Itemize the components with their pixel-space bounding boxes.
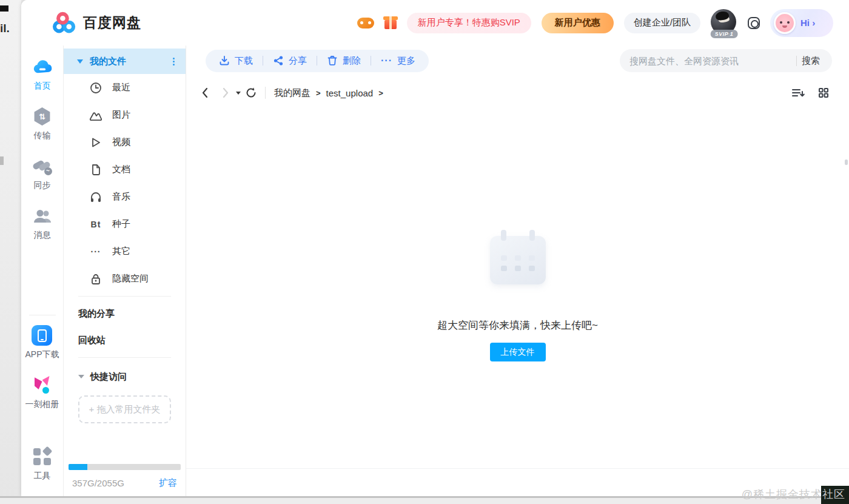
sidebar-item-recent[interactable]: 最近 xyxy=(64,74,186,101)
videos-label: 视频 xyxy=(112,136,130,148)
history-dropdown-icon[interactable] xyxy=(236,92,241,95)
sidebar-item-torrents[interactable]: Bt 种子 xyxy=(64,210,186,238)
assistant-pill[interactable]: Hi › xyxy=(770,9,833,37)
sidebar-item-pictures[interactable]: 图片 xyxy=(64,101,186,129)
delete-button[interactable]: 删除 xyxy=(327,55,361,67)
rail-item-photo-album[interactable]: 一刻相册 xyxy=(25,375,59,410)
gamepad-icon[interactable] xyxy=(357,18,374,29)
my-files-label: 我的文件 xyxy=(90,56,126,67)
transfer-icon: ⇅ xyxy=(32,106,53,127)
sidebar-item-other[interactable]: ··· 其它 xyxy=(64,238,186,265)
storage-progress-fill xyxy=(69,464,87,470)
document-icon xyxy=(89,164,102,176)
more-icon: ··· xyxy=(381,56,392,66)
content-bottom-divider xyxy=(186,468,849,469)
user-avatar[interactable]: SVIP 1 xyxy=(711,9,737,37)
chevron-down-icon xyxy=(78,375,84,378)
settings-ring-icon[interactable] xyxy=(748,17,760,29)
gift-icon[interactable] xyxy=(384,20,397,29)
download-button[interactable]: 下载 xyxy=(219,55,253,67)
expand-storage-link[interactable]: 扩容 xyxy=(159,477,177,489)
recent-label: 最近 xyxy=(112,82,130,93)
nav-rail: 首页 ⇅ 传输 ~ 同步 xyxy=(21,45,64,496)
grid-view-icon[interactable] xyxy=(817,87,830,99)
calendar-dots xyxy=(501,255,535,271)
rail-label-transfer: 传输 xyxy=(34,130,51,141)
svip-promo-pill[interactable]: 新用户专享！特惠购SVIP xyxy=(407,13,531,33)
trash-icon xyxy=(327,55,338,66)
view-controls xyxy=(791,87,830,99)
sidebar-item-documents[interactable]: 文档 xyxy=(64,156,186,183)
rail-item-transfer[interactable]: ⇅ 传输 xyxy=(32,106,53,141)
sidebar-item-hidden-space[interactable]: 隐藏空间 xyxy=(64,265,186,292)
sidebar-item-my-shares[interactable]: 我的分享 xyxy=(64,300,186,327)
toolbar-row: 下载 分享 xyxy=(186,45,849,76)
back-button[interactable] xyxy=(197,85,213,101)
rail-item-sync[interactable]: ~ 同步 xyxy=(32,156,53,191)
download-icon xyxy=(219,55,230,66)
screen: il. 百度网盘 新用户专享！特惠购SVIP 新用户优惠 xyxy=(0,0,849,504)
rail-label-photo-album: 一刻相册 xyxy=(25,399,59,410)
forward-button[interactable] xyxy=(218,85,233,101)
app-body: 首页 ⇅ 传输 ~ 同步 xyxy=(21,45,849,496)
main-content: 下载 分享 xyxy=(186,45,849,496)
new-user-offer-button[interactable]: 新用户优惠 xyxy=(542,13,614,33)
background-artifact-text: il. xyxy=(0,22,10,35)
rail-item-app-download[interactable]: APP下载 xyxy=(25,325,59,360)
search-input[interactable] xyxy=(629,56,791,66)
rail-label-tools: 工具 xyxy=(34,471,51,482)
play-icon xyxy=(89,136,102,149)
quick-access-header[interactable]: 快捷访问 xyxy=(64,361,186,392)
refresh-button[interactable] xyxy=(243,85,259,101)
sidebar-item-my-files[interactable]: 我的文件 xyxy=(64,49,186,74)
baidu-netdisk-logo-icon xyxy=(52,12,77,35)
share-icon xyxy=(273,55,284,66)
storage-section: 357G/2055G 扩容 xyxy=(64,464,186,496)
assistant-avatar-icon xyxy=(774,12,796,34)
brand-title: 百度网盘 xyxy=(83,13,141,32)
picture-icon xyxy=(89,110,102,121)
breadcrumb-folder[interactable]: test_upload xyxy=(326,88,374,98)
upload-file-button[interactable]: 上传文件 xyxy=(490,343,546,361)
breadcrumb-separator: > xyxy=(378,89,383,98)
empty-calendar-icon xyxy=(490,236,546,284)
bt-icon: Bt xyxy=(89,220,102,229)
sidebar-item-music[interactable]: 音乐 xyxy=(64,183,186,210)
app-header: 百度网盘 新用户专享！特惠购SVIP 新用户优惠 创建企业/团队 SVIP 1 … xyxy=(21,0,849,45)
rail-label-home: 首页 xyxy=(34,81,51,92)
ellipsis-icon: ··· xyxy=(89,247,102,257)
drop-favorite-folder-zone[interactable]: + 拖入常用文件夹 xyxy=(78,395,171,423)
sidebar-divider xyxy=(78,296,171,297)
sidebar-item-videos[interactable]: 视频 xyxy=(64,129,186,156)
file-sidebar: 我的文件 最近 图片 xyxy=(64,45,186,496)
sort-icon[interactable] xyxy=(791,87,805,99)
sidebar-divider xyxy=(78,357,171,358)
rail-item-home[interactable]: 首页 xyxy=(32,56,53,92)
rail-item-tools[interactable]: 工具 xyxy=(32,446,53,482)
watermark: @稀土掘金技术社区 xyxy=(742,487,845,502)
breadcrumb-root[interactable]: 我的网盘 xyxy=(274,87,310,99)
pictures-label: 图片 xyxy=(112,109,130,121)
header-right-cluster: 新用户专享！特惠购SVIP 新用户优惠 创建企业/团队 SVIP 1 Hi › xyxy=(357,9,833,37)
more-button[interactable]: ··· 更多 xyxy=(381,55,415,67)
sidebar-item-recycle-bin[interactable]: 回收站 xyxy=(64,327,186,354)
assistant-label: Hi › xyxy=(800,18,815,28)
lock-icon xyxy=(89,273,102,285)
window-bottom-edge xyxy=(0,496,849,504)
brand-logo[interactable]: 百度网盘 xyxy=(52,12,141,35)
empty-state: 超大空间等你来填满，快来上传吧~ 上传文件 xyxy=(186,236,849,361)
torrents-label: 种子 xyxy=(112,218,130,230)
create-team-button[interactable]: 创建企业/团队 xyxy=(624,13,700,33)
messages-icon xyxy=(32,206,53,226)
cloud-icon xyxy=(32,56,53,77)
hidden-space-label: 隐藏空间 xyxy=(112,273,149,284)
scrollbar-thumb[interactable] xyxy=(845,160,848,165)
search-button[interactable]: 搜索 xyxy=(799,55,822,67)
search-box[interactable]: 搜索 xyxy=(620,49,832,72)
rail-item-messages[interactable]: 消息 xyxy=(32,206,53,241)
quick-access-label: 快捷访问 xyxy=(90,371,127,383)
svip-badge: SVIP 1 xyxy=(711,30,738,38)
kebab-menu-icon[interactable] xyxy=(170,55,177,68)
share-button[interactable]: 分享 xyxy=(273,55,307,67)
toolbar-separator xyxy=(263,56,263,66)
